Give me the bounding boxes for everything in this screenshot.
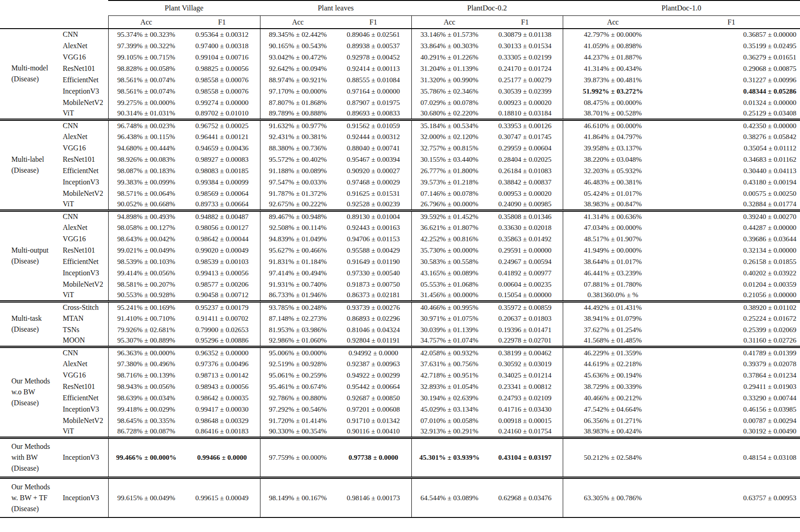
value-cell: 0.99466 ± 0.0000	[184, 438, 260, 477]
value-cell: 89.467% ± 00.948%	[260, 210, 335, 222]
value-cell: 0.42350 ± 0.00000	[663, 119, 800, 131]
value-cell: 46.610% ± 00.000%	[563, 119, 663, 131]
value-cell: 35.730% ± 00.000%	[411, 244, 487, 256]
value-cell: 89.345% ± 02.442%	[260, 29, 335, 40]
group-label: Our Methodswith BW(Disease)	[0, 438, 59, 477]
value-cell: 0.38920 ± 0.01102	[663, 301, 800, 313]
value-cell: 99.414% ± 00.056%	[108, 267, 184, 278]
value-cell: 0.92444 ± 0.00312	[335, 131, 411, 142]
table-row: Our Methodsw. BW + TF(Disease)InceptionV…	[0, 477, 800, 517]
group-label-line: Our Methods	[11, 482, 59, 492]
value-cell: 0.98539 ± 0.00103	[184, 256, 260, 267]
value-cell: 99.275% ± 00.000%	[108, 97, 184, 108]
table-body: Multi-model(Disease)CNN95.374% ± 00.323%…	[0, 29, 800, 517]
model-name: EfficientNet	[59, 165, 108, 176]
value-cell: 87.148% ± 02.273%	[260, 313, 335, 324]
group-label-line: (Disease)	[11, 463, 59, 474]
value-cell: 63.305% ± 00.786%	[563, 477, 663, 517]
table-row: AlexNet97.380% ± 00.496%0.97376 ± 0.0049…	[0, 358, 800, 369]
value-cell: 0.43104 ± 0.03197	[487, 438, 563, 477]
value-cell: 0.29411 ± 0.01903	[663, 381, 800, 392]
table-row: EfficientNet98.561% ± 00.074%0.98558 ± 0…	[0, 74, 800, 85]
value-cell: 97.170% ± 00.000%	[260, 85, 335, 97]
value-cell: 0.31160 ± 0.02726	[663, 335, 800, 347]
value-cell: 97.292% ± 00.546%	[260, 403, 335, 415]
group-label-line: w.o BW	[11, 387, 59, 398]
value-cell: 89.789% ± 00.888%	[260, 108, 335, 119]
value-cell: 0.00923 ± 0.00020	[487, 97, 563, 108]
value-cell: 0.26158 ± 0.01855	[663, 256, 800, 267]
paper-results-table-page: Plant Village Plant leaves PlantDoc-0.2 …	[0, 0, 800, 518]
value-cell: 95.307% ± 00.889%	[108, 335, 184, 347]
value-cell: 98.539% ± 00.103%	[108, 256, 184, 267]
value-cell: 0.29068 ± 0.00875	[663, 63, 800, 74]
group-label-line: Multi-output	[11, 245, 59, 256]
value-cell: 0.91710 ± 0.01342	[335, 415, 411, 426]
table-row: InceptionV398.561% ± 00.074%0.98558 ± 0.…	[0, 85, 800, 97]
value-cell: 0.32134 ± 0.00000	[663, 244, 800, 256]
table-row: InceptionV399.414% ± 00.056%0.99413 ± 0.…	[0, 267, 800, 278]
dataset-header-row: Plant Village Plant leaves PlantDoc-0.2 …	[0, 0, 800, 16]
value-cell: 0.89693 ± 0.00833	[335, 108, 411, 119]
group-label-line: Our Methods	[11, 376, 59, 387]
value-cell: 0.95364 ± 0.00312	[184, 29, 260, 40]
value-cell: 0.43180 ± 0.00194	[663, 176, 800, 188]
value-cell: 86.728% ± 00.087%	[108, 426, 184, 438]
value-cell: 92.519% ± 00.928%	[260, 358, 335, 369]
table-row: AlexNet98.058% ± 00.127%0.98056 ± 0.0012…	[0, 222, 800, 233]
value-cell: 97.759% ± 00.000%	[260, 438, 335, 477]
model-name: InceptionV3	[59, 438, 108, 477]
value-cell: 0.24793 ± 0.02109	[487, 392, 563, 403]
metric-header-row: Acc F1 Acc F1 Acc F1 Acc F1	[0, 16, 800, 29]
value-cell: 06.356% ± 01.271%	[563, 415, 663, 426]
value-cell: 48.517% ± 01.907%	[563, 233, 663, 244]
value-cell: 0.89733 ± 0.00664	[184, 199, 260, 210]
value-cell: 07.146% ± 00.078%	[411, 188, 487, 199]
table-row: VGG1698.643% ± 00.042%0.98642 ± 0.000449…	[0, 233, 800, 244]
value-cell: 32.757% ± 00.815%	[411, 142, 487, 154]
value-cell: 30.971% ± 01.075%	[411, 313, 487, 324]
table-row: ResNet10198.943% ± 00.056%0.98943 ± 0.00…	[0, 381, 800, 392]
value-cell: 0.48154 ± 0.03108	[663, 438, 800, 477]
value-cell: 0.00953 ± 0.00020	[487, 188, 563, 199]
value-cell: 0.92387 ± 0.00963	[335, 358, 411, 369]
value-cell: 0.30440 ± 0.04113	[663, 165, 800, 176]
value-cell: 42.797% ± 00.000%	[563, 29, 663, 40]
value-cell: 98.643% ± 00.042%	[108, 233, 184, 244]
value-cell: 98.943% ± 00.056%	[108, 381, 184, 392]
value-cell: 99.021% ± 00.049%	[108, 244, 184, 256]
value-cell: 30.039% ± 01.139%	[411, 324, 487, 335]
value-cell: 94.839% ± 01.049%	[260, 233, 335, 244]
value-cell: 0.95296 ± 0.00886	[184, 335, 260, 347]
group-label-line: (Disease)	[11, 324, 59, 335]
value-cell: 42.718% ± 00.951%	[411, 369, 487, 381]
value-cell: 98.581% ± 00.207%	[108, 278, 184, 290]
table-row: Multi-output(Disease)CNN94.898% ± 00.493…	[0, 210, 800, 222]
group-label-line: w. BW + TF	[11, 492, 59, 503]
table-row: ResNet10199.021% ± 00.049%0.99020 ± 0.00…	[0, 244, 800, 256]
value-cell: 0.98927 ± 0.00083	[184, 154, 260, 165]
value-cell: 0.90116 ± 0.00410	[335, 426, 411, 438]
value-cell: 88.380% ± 00.736%	[260, 142, 335, 154]
value-cell: 39.873% ± 00.481%	[563, 74, 663, 85]
value-cell: 0.89702 ± 0.01010	[184, 108, 260, 119]
model-name: VGG16	[59, 233, 108, 244]
value-cell: 0.98642 ± 0.00035	[184, 392, 260, 403]
value-cell: 91.188% ± 00.089%	[260, 165, 335, 176]
col-header-acc: Acc	[563, 16, 663, 29]
value-cell: 0.41789 ± 0.01399	[663, 347, 800, 358]
table-row: Our Methodsw.o BW(Disease)CNN96.363% ± 0…	[0, 347, 800, 358]
value-cell: 0.41716 ± 0.03430	[487, 403, 563, 415]
value-cell: 0.92414 ± 0.00113	[335, 63, 411, 74]
value-cell: 0.89046 ± 0.02561	[335, 29, 411, 40]
table-row: EfficientNet98.639% ± 00.034%0.98642 ± 0…	[0, 392, 800, 403]
value-cell: 0.25224 ± 0.01672	[663, 313, 800, 324]
value-cell: 30.155% ± 03.440%	[411, 154, 487, 165]
value-cell: 08.475% ± 00.000%	[563, 97, 663, 108]
group-label: Multi-model(Disease)	[0, 29, 59, 119]
model-name: CNN	[59, 210, 108, 222]
model-name: AlexNet	[59, 40, 108, 51]
value-cell: 95.461% ± 00.674%	[260, 381, 335, 392]
value-cell: 0.63757 ± 0.00953	[663, 477, 800, 517]
value-cell: 0.89938 ± 0.00537	[335, 40, 411, 51]
